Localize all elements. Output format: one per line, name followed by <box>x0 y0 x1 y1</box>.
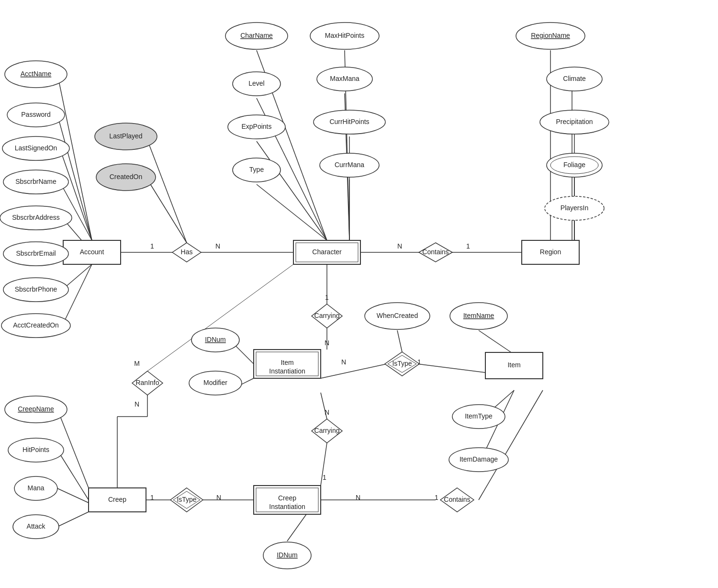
attr-creepname-label: CreepName <box>18 405 54 413</box>
cardinality-contains2-n: N <box>356 494 360 501</box>
cardinality-carrying2-n: N <box>325 408 329 416</box>
attr-lastsignedon: LastSignedOn <box>2 136 69 160</box>
attr-maxhitpoints-label: MaxHitPoints <box>325 32 364 39</box>
attr-itemdamage: ItemDamage <box>449 448 508 472</box>
attr-password-label: Password <box>21 111 50 118</box>
attr-type-label: Type <box>249 166 264 173</box>
attr-exppoints-label: ExpPoints <box>241 123 271 130</box>
attr-sbscrbremail-label: SbscrbrEmail <box>16 249 56 257</box>
attr-sbscrbrphone-label: SbscrbrPhone <box>15 285 57 293</box>
entity-character: Character <box>293 240 360 264</box>
cardinality-contains1-n: N <box>397 242 402 250</box>
attr-level-label: Level <box>248 79 264 87</box>
relationship-istype1-label: IsType <box>392 360 412 367</box>
cardinality-istype2-1: 1 <box>150 494 154 501</box>
attr-attack-label: Attack <box>27 522 46 530</box>
attr-createdon: CreatedOn <box>96 164 156 191</box>
attr-itemdamage-label: ItemDamage <box>460 455 498 463</box>
attr-sbscrbraddress: SbscrbrAddress <box>0 206 72 230</box>
relationship-carrying1: Carrying <box>312 304 342 328</box>
cardinality-contains1-1: 1 <box>466 242 470 250</box>
attr-foliage-label: Foliage <box>563 161 585 169</box>
cardinality-istype1-n: N <box>341 358 346 366</box>
line-hitpoints-creep <box>57 450 89 500</box>
attr-foliage: Foliage <box>547 153 602 177</box>
er-diagram: Account Character Region Item Instantiat… <box>0 0 718 588</box>
entity-character-label: Character <box>312 248 342 256</box>
entity-creep-instantiation-label2: Instantiation <box>269 503 305 510</box>
attr-regionname: RegionName <box>516 23 585 49</box>
attr-attack: Attack <box>13 515 59 539</box>
entity-item-label: Item <box>507 361 520 369</box>
attr-charname-label: CharName <box>240 32 273 39</box>
cardinality-has-1: 1 <box>150 242 154 250</box>
line-whencreated-istype <box>397 330 402 352</box>
relationship-carrying2-label: Carrying <box>314 427 340 434</box>
attr-exppoints: ExpPoints <box>228 115 285 139</box>
attr-sbscrbrname: SbscrbrName <box>3 170 68 194</box>
entity-item-instantiation-label1: Item <box>280 359 293 366</box>
cardinality-raninfo-m: M <box>134 360 140 367</box>
attr-type: Type <box>233 158 280 182</box>
attr-charname: CharName <box>225 23 288 49</box>
attr-itemname: ItemName <box>450 303 507 329</box>
entity-creep-instantiation: Creep Instantiation <box>254 486 321 514</box>
attr-sbscrbraddress-label: SbscrbrAddress <box>12 214 60 221</box>
entity-creep-label: Creep <box>108 496 126 503</box>
attr-itemtype: ItemType <box>452 405 505 429</box>
relationship-has-label: Has <box>181 248 193 256</box>
attr-currhitpoints-label: CurrHitPoints <box>329 118 369 125</box>
entity-region: Region <box>522 240 579 264</box>
entity-item: Item <box>485 352 543 379</box>
attr-idnum1: IDNum <box>191 328 239 352</box>
cardinality-istype1-1: 1 <box>417 358 421 366</box>
attr-currmana: CurrMana <box>320 153 379 177</box>
attr-currhitpoints: CurrHitPoints <box>314 110 385 134</box>
line-exppoints-character <box>257 141 327 240</box>
cardinality-carrying1-1: 1 <box>325 294 329 301</box>
attr-acctcreatedon: AcctCreatedOn <box>1 314 70 338</box>
cardinality-carrying1-n: N <box>325 339 329 347</box>
attr-idnum1-label: IDNum <box>205 336 226 343</box>
attr-itemtype-label: ItemType <box>465 412 493 420</box>
attr-mana-label: Mana <box>27 484 44 492</box>
line-lastplayed-has <box>146 136 187 243</box>
attr-playersin: PlayersIn <box>545 196 604 220</box>
attr-whencreated-label: WhenCreated <box>377 312 418 319</box>
line-createdon-has <box>146 177 187 243</box>
relationship-has: Has <box>172 243 201 262</box>
relationship-contains1-label: Contains <box>422 248 449 256</box>
cardinality-has-n: N <box>215 242 220 250</box>
line-acctcreatedon-account <box>62 264 92 326</box>
attr-lastsignedon-label: LastSignedOn <box>15 144 57 152</box>
attr-maxmana: MaxMana <box>317 67 372 91</box>
attr-acctname: AcctName <box>5 61 67 88</box>
entity-region-label: Region <box>540 248 561 256</box>
relationship-contains2-label: Contains <box>444 496 470 503</box>
relationship-raninfo: RanInfo <box>132 371 163 395</box>
entity-account: Account <box>63 240 121 264</box>
line-itemname-item <box>479 330 514 354</box>
attr-level: Level <box>233 72 280 96</box>
attr-sbscrbrphone: SbscrbrPhone <box>3 278 68 302</box>
attr-currmana-label: CurrMana <box>335 161 364 169</box>
attr-playersin-label: PlayersIn <box>561 204 588 212</box>
cardinality-raninfo-n: N <box>135 400 139 408</box>
attr-hitpoints-label: HitPoints <box>22 446 49 453</box>
attr-creepname: CreepName <box>5 396 67 423</box>
attr-password: Password <box>7 103 65 127</box>
relationship-istype1: IsType <box>385 352 419 376</box>
attr-regionname-label: RegionName <box>531 32 570 39</box>
attr-modifier: Modifier <box>189 371 242 395</box>
cardinality-carrying2-1: 1 <box>323 474 326 481</box>
attr-hitpoints: HitPoints <box>8 438 64 462</box>
attr-lastplayed: LastPlayed <box>95 123 157 150</box>
attr-climate-label: Climate <box>563 75 586 82</box>
attr-maxhitpoints: MaxHitPoints <box>310 23 379 49</box>
attr-itemname-label: ItemName <box>463 312 494 319</box>
cardinality-contains2-1: 1 <box>435 494 438 501</box>
attr-maxmana-label: MaxMana <box>330 75 359 82</box>
attr-idnum2: IDNum <box>263 542 311 569</box>
relationship-carrying1-label: Carrying <box>314 312 340 319</box>
relationship-istype2: IsType <box>170 488 203 512</box>
